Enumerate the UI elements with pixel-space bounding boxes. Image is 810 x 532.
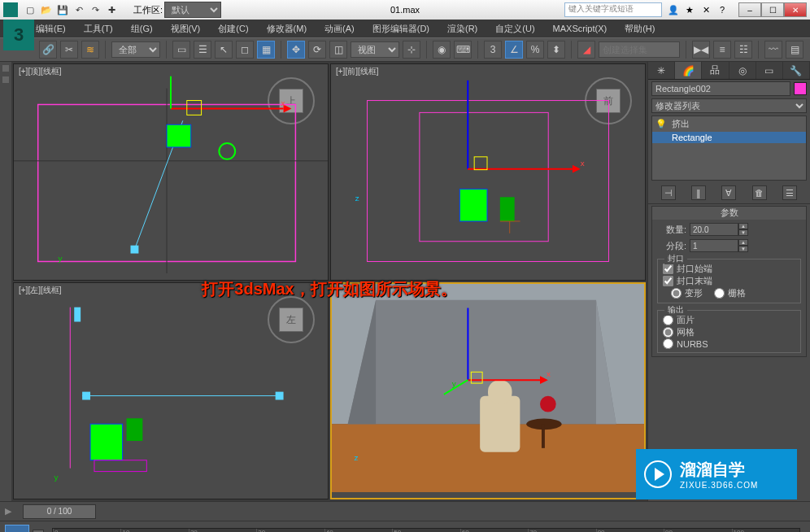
- stack-item-extrude[interactable]: 挤出: [672, 118, 690, 130]
- viewport-top[interactable]: [+][顶][线框] 上 y x: [13, 63, 329, 281]
- app-icon[interactable]: [3, 2, 18, 17]
- amount-up-icon[interactable]: ▲: [738, 223, 748, 229]
- viewport-left-label[interactable]: [+][左][线框]: [19, 285, 62, 296]
- viewport-front[interactable]: [+][前][线框] 前 z x: [330, 63, 646, 281]
- configure-icon[interactable]: ☰: [782, 185, 797, 200]
- segments-down-icon[interactable]: ▼: [738, 246, 748, 252]
- unique-icon[interactable]: ∀: [721, 185, 736, 200]
- rollout-parameters-header[interactable]: 参数: [652, 207, 806, 220]
- cap-start-checkbox[interactable]: [663, 264, 673, 274]
- menu-customize[interactable]: 自定义(U): [495, 23, 534, 35]
- track-bar[interactable]: 0102030405060708090100: [52, 528, 800, 533]
- play-left-icon[interactable]: ▶: [5, 506, 11, 517]
- menu-animation[interactable]: 动画(A): [324, 23, 355, 35]
- move-icon[interactable]: ✥: [287, 41, 305, 59]
- keymode-icon[interactable]: ⌨: [454, 41, 472, 59]
- menu-help[interactable]: 帮助(H): [625, 23, 655, 35]
- signin-icon[interactable]: 👤: [667, 3, 680, 16]
- minimize-button[interactable]: –: [738, 2, 761, 17]
- align-icon[interactable]: ≡: [713, 41, 731, 59]
- selection-filter-dropdown[interactable]: 全部: [111, 41, 160, 58]
- open-icon[interactable]: 📂: [39, 2, 54, 17]
- rotate-icon[interactable]: ⟳: [308, 41, 326, 59]
- redo-icon[interactable]: ↷: [88, 2, 102, 17]
- window-crossing-icon[interactable]: ▦: [257, 41, 275, 59]
- save-icon[interactable]: 💾: [55, 2, 70, 17]
- out-patch-radio[interactable]: [663, 315, 673, 325]
- maximize-button[interactable]: ☐: [761, 2, 784, 17]
- cap-end-checkbox[interactable]: [663, 276, 673, 286]
- new-icon[interactable]: ▢: [23, 2, 37, 17]
- out-mesh-radio[interactable]: [663, 327, 673, 338]
- exchange-icon[interactable]: ✕: [699, 3, 712, 16]
- pin-stack-icon[interactable]: ⊣: [661, 185, 676, 200]
- percent-snap-icon[interactable]: %: [526, 41, 544, 59]
- left-tool-1[interactable]: [2, 65, 9, 72]
- menu-group[interactable]: 组(G): [131, 23, 153, 35]
- menu-views[interactable]: 视图(V): [171, 23, 201, 35]
- project-icon[interactable]: ✚: [104, 2, 119, 17]
- amount-down-icon[interactable]: ▼: [738, 229, 748, 236]
- mirror-icon[interactable]: ▶◀: [692, 41, 710, 59]
- morph-radio[interactable]: [671, 288, 682, 299]
- tab-motion[interactable]: ◎: [729, 62, 756, 79]
- favorite-icon[interactable]: ★: [683, 3, 696, 16]
- remove-mod-icon[interactable]: 🗑: [752, 185, 767, 200]
- angle-snap-icon[interactable]: ∠: [505, 41, 523, 59]
- stack-item-rectangle[interactable]: Rectangle: [652, 132, 806, 143]
- lightbulb-icon[interactable]: 💡: [655, 119, 667, 129]
- modifier-list-dropdown[interactable]: 修改器列表: [651, 98, 807, 113]
- pivot-icon[interactable]: ⊹: [403, 41, 420, 59]
- object-name-input[interactable]: [651, 81, 790, 96]
- menu-create[interactable]: 创建(C): [218, 23, 248, 35]
- named-selection-input[interactable]: [599, 41, 680, 58]
- viewport-front-label[interactable]: [+][前][线框]: [336, 66, 379, 77]
- grid-radio[interactable]: [714, 288, 725, 299]
- segments-up-icon[interactable]: ▲: [738, 239, 748, 246]
- tab-hierarchy[interactable]: 品: [702, 62, 729, 79]
- undo-icon[interactable]: ↶: [72, 2, 86, 17]
- menu-edit[interactable]: 编辑(E): [36, 23, 66, 35]
- select-arrow-icon[interactable]: ↖: [215, 41, 233, 59]
- viewport-top-label[interactable]: [+][顶][线框]: [19, 66, 62, 77]
- snap-toggle-icon[interactable]: 3: [484, 41, 502, 59]
- tab-utilities[interactable]: 🔧: [783, 62, 810, 79]
- layers-icon[interactable]: ☷: [734, 41, 752, 59]
- help-icon[interactable]: ?: [716, 3, 729, 16]
- time-slider[interactable]: 0 / 100: [23, 504, 96, 519]
- select-region-icon[interactable]: ◻: [236, 41, 254, 59]
- scale-icon[interactable]: ◫: [329, 41, 347, 59]
- show-end-icon[interactable]: ‖: [691, 185, 706, 200]
- tab-display[interactable]: ▭: [756, 62, 783, 79]
- bind-icon[interactable]: ≋: [81, 41, 99, 59]
- workspace-dropdown[interactable]: 默认: [164, 2, 221, 18]
- menu-tools[interactable]: 工具(T): [84, 23, 113, 35]
- schematic-icon[interactable]: ▤: [786, 41, 803, 59]
- menu-modifiers[interactable]: 修改器(M): [267, 23, 307, 35]
- select-name-icon[interactable]: ☰: [194, 41, 211, 59]
- tab-create[interactable]: ✳: [648, 62, 675, 79]
- curve-editor-icon[interactable]: 〰: [764, 41, 782, 59]
- menu-maxscript[interactable]: MAXScript(X): [553, 24, 608, 33]
- unlink-icon[interactable]: ✂: [60, 41, 78, 59]
- manipulate-icon[interactable]: ◉: [433, 41, 451, 59]
- tab-modify[interactable]: 🌈: [675, 62, 702, 79]
- segments-input[interactable]: [690, 239, 738, 252]
- viewport-perspective[interactable]: [+][透视][真实] z x y: [330, 282, 646, 499]
- left-tool-2[interactable]: [2, 76, 9, 83]
- close-button[interactable]: ✕: [784, 2, 807, 17]
- keymode-toggle-icon[interactable]: [33, 530, 44, 533]
- modifier-stack[interactable]: 💡挤出 Rectangle: [651, 116, 807, 181]
- named-sel-icon[interactable]: ◢: [577, 41, 595, 59]
- spinner-snap-icon[interactable]: ⬍: [547, 41, 565, 59]
- viewport-left[interactable]: [+][左][线框] 左 y: [13, 282, 329, 499]
- ref-coord-dropdown[interactable]: 视图: [351, 41, 399, 58]
- select-icon[interactable]: ▭: [172, 41, 190, 59]
- viewport-layout-button[interactable]: [5, 525, 29, 533]
- out-nurbs-radio[interactable]: [663, 338, 673, 349]
- object-color-swatch[interactable]: [794, 82, 807, 95]
- application-menu-button[interactable]: 3: [3, 20, 34, 50]
- help-search-input[interactable]: 键入关键字或短语: [564, 2, 662, 17]
- menu-grapheditors[interactable]: 图形编辑器(D): [372, 23, 429, 35]
- amount-input[interactable]: [690, 223, 738, 236]
